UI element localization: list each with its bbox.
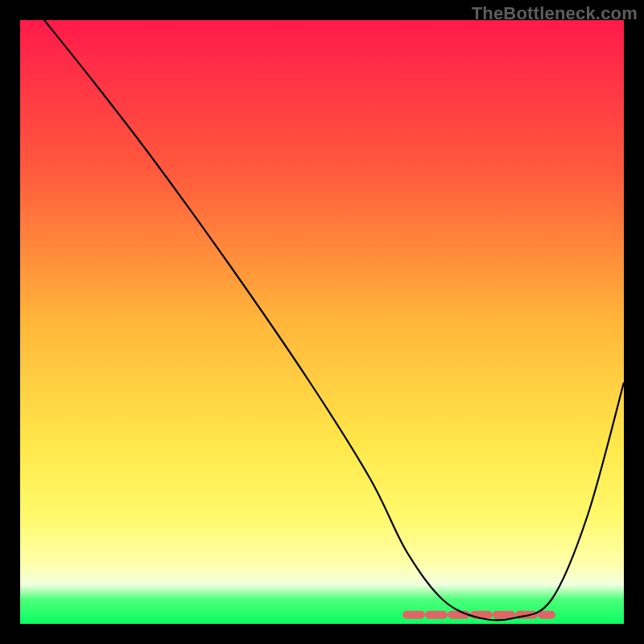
bottleneck-curve-line — [44, 20, 624, 620]
bottleneck-chart — [20, 20, 624, 624]
